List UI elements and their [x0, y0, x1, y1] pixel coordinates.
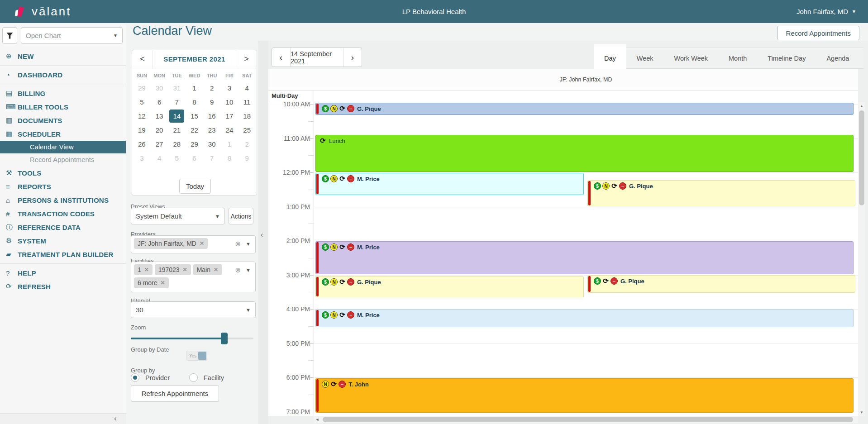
- appointment-event[interactable]: $N⟳–G. Pique: [315, 103, 854, 115]
- collapse-left-icon[interactable]: ‹: [261, 231, 263, 239]
- calendar-day-cell[interactable]: 4: [238, 81, 256, 95]
- scroll-left-icon[interactable]: ◄: [314, 416, 321, 423]
- chip-remove-icon[interactable]: ✕: [161, 280, 165, 286]
- calendar-day-cell[interactable]: 5: [168, 151, 186, 165]
- calendar-day-cell[interactable]: 30: [203, 137, 221, 151]
- tab-timeline-day[interactable]: Timeline Day: [757, 48, 816, 68]
- scroll-up-icon[interactable]: ▲: [858, 102, 865, 110]
- calendar-day-cell[interactable]: 29: [133, 81, 151, 95]
- mini-calendar-next-button[interactable]: >: [236, 50, 257, 68]
- today-button[interactable]: Today: [179, 179, 211, 194]
- zoom-slider[interactable]: [131, 334, 253, 343]
- calendar-day-cell[interactable]: 23: [203, 123, 221, 137]
- zoom-slider-thumb[interactable]: [221, 333, 228, 344]
- tab-work-week[interactable]: Work Week: [664, 48, 718, 68]
- calendar-day-cell[interactable]: 6: [186, 151, 203, 165]
- scroll-down-icon[interactable]: ▼: [858, 409, 865, 416]
- providers-multiselect[interactable]: JF: John Fairfax, MD✕⊗ ▼: [131, 235, 256, 253]
- nav-item-new[interactable]: ⊕NEW: [0, 49, 126, 63]
- chevron-down-icon[interactable]: ▼: [246, 267, 251, 273]
- nav-item-scheduler[interactable]: ▦SCHEDULER: [0, 127, 126, 141]
- clear-all-icon[interactable]: ⊗: [235, 266, 241, 274]
- brand-logo[interactable]: vālant: [0, 5, 190, 19]
- calendar-day-cell[interactable]: 17: [221, 109, 238, 123]
- mini-calendar-prev-button[interactable]: <: [132, 50, 153, 68]
- actions-button[interactable]: Actions: [229, 208, 253, 224]
- chip-remove-icon[interactable]: ✕: [200, 240, 204, 247]
- appointment-event[interactable]: $N⟳–M. Price: [315, 173, 584, 195]
- calendar-day-cell[interactable]: 3: [221, 81, 238, 95]
- nav-item-tools[interactable]: ⚒TOOLS: [0, 166, 126, 180]
- vertical-scrollbar[interactable]: ▲ ▼: [858, 102, 865, 416]
- calendar-day-cell[interactable]: 9: [203, 95, 221, 109]
- nav-item-billing[interactable]: ▤BILLING: [0, 86, 126, 100]
- calendar-day-cell[interactable]: 16: [203, 109, 221, 123]
- vertical-scroll-thumb[interactable]: [859, 110, 864, 205]
- calendar-day-cell[interactable]: 22: [186, 123, 203, 137]
- user-menu[interactable]: John Fairfax, MD ▼: [796, 8, 868, 15]
- calendar-day-cell[interactable]: 27: [151, 137, 168, 151]
- calendar-day-cell[interactable]: 25: [238, 123, 256, 137]
- appointment-event[interactable]: N⟳–T. John: [315, 378, 854, 413]
- current-date-label[interactable]: 14 September 2021: [290, 48, 343, 67]
- calendar-day-cell[interactable]: 26: [133, 137, 151, 151]
- calendar-day-cell[interactable]: 19: [133, 123, 151, 137]
- nav-item-treatment-plan-builder[interactable]: ▰TREATMENT PLAN BUILDER: [0, 248, 126, 261]
- facilities-multiselect[interactable]: 1✕197023✕Main✕6 more✕⊗ ▼: [131, 262, 256, 292]
- next-day-button[interactable]: ›: [343, 48, 362, 67]
- refresh-appointments-button[interactable]: Refresh Appointments: [131, 385, 219, 402]
- calendar-day-cell[interactable]: 4: [151, 151, 168, 165]
- preset-views-select[interactable]: System Default ▼: [131, 208, 225, 224]
- appointment-event[interactable]: $N⟳–M. Price: [315, 241, 854, 274]
- nav-item-system[interactable]: ⚙SYSTEM: [0, 234, 126, 248]
- calendar-day-cell[interactable]: 11: [238, 95, 256, 109]
- facility-chip[interactable]: 197023✕: [155, 264, 191, 275]
- calendar-day-cell[interactable]: 2: [203, 81, 221, 95]
- nav-item-transaction-codes[interactable]: #TRANSACTION CODES: [0, 207, 126, 220]
- nav-item-reference-data[interactable]: ⓘREFERENCE DATA: [0, 220, 126, 234]
- appointment-event[interactable]: $⟳–G. Pique: [587, 275, 855, 293]
- calendar-day-cell[interactable]: 9: [238, 151, 256, 165]
- appointment-event[interactable]: $N⟳–G. Pique: [587, 180, 855, 206]
- calendar-day-cell[interactable]: 8: [186, 95, 203, 109]
- nav-item-calendar-view[interactable]: Calendar View: [0, 141, 126, 153]
- appointment-event[interactable]: $N⟳–G. Pique: [315, 276, 584, 297]
- calendar-day-cell[interactable]: 7: [203, 151, 221, 165]
- calendar-day-cell[interactable]: 3: [133, 151, 151, 165]
- calendar-day-cell[interactable]: 21: [168, 123, 186, 137]
- horizontal-scrollbar[interactable]: ◄: [314, 416, 858, 423]
- calendar-day-cell[interactable]: 29: [186, 137, 203, 151]
- calendar-day-cell[interactable]: 18: [238, 109, 256, 123]
- calendar-day-cell[interactable]: 1: [221, 137, 238, 151]
- calendar-day-cell[interactable]: 13: [151, 109, 168, 123]
- tab-agenda[interactable]: Agenda: [816, 48, 859, 68]
- calendar-day-cell[interactable]: 14: [168, 109, 186, 123]
- interval-select[interactable]: 30 ▼: [131, 301, 256, 318]
- calendar-day-cell[interactable]: 30: [151, 81, 168, 95]
- tab-day[interactable]: Day: [594, 44, 626, 69]
- calendar-day-cell[interactable]: 15: [186, 109, 203, 123]
- chip-remove-icon[interactable]: ✕: [144, 267, 149, 273]
- facility-chip[interactable]: Main✕: [193, 264, 222, 275]
- tab-week[interactable]: Week: [626, 48, 664, 68]
- appointment-event[interactable]: ⟳Lunch: [315, 135, 854, 172]
- chip-remove-icon[interactable]: ✕: [214, 267, 218, 273]
- horizontal-scroll-thumb[interactable]: [323, 417, 853, 422]
- collapse-left-icon[interactable]: ‹: [114, 414, 117, 424]
- filter-button[interactable]: [2, 27, 17, 44]
- tab-month[interactable]: Month: [718, 48, 757, 68]
- calendar-day-cell[interactable]: 1: [186, 81, 203, 95]
- group-by-date-toggle[interactable]: Yes: [186, 351, 207, 361]
- facility-chip[interactable]: 1✕: [134, 264, 153, 275]
- nav-item-dashboard[interactable]: ◔DASHBOARD: [0, 68, 126, 81]
- nav-item-documents[interactable]: ▥DOCUMENTS: [0, 114, 126, 127]
- calendar-day-cell[interactable]: 28: [168, 137, 186, 151]
- nav-item-biller-tools[interactable]: ⌨BILLER TOOLS: [0, 100, 126, 114]
- provider-chip[interactable]: JF: John Fairfax, MD✕: [134, 238, 208, 249]
- calendar-day-cell[interactable]: 8: [221, 151, 238, 165]
- clear-all-icon[interactable]: ⊗: [235, 240, 241, 248]
- group-by-radio-facility[interactable]: Facility: [189, 373, 224, 382]
- calendar-day-cell[interactable]: 12: [133, 109, 151, 123]
- nav-item-record-appointments[interactable]: Record Appointments: [0, 153, 126, 166]
- day-grid-viewport[interactable]: 10:00 AM11:00 AM12:00 PM1:00 PM2:00 PM3:…: [268, 102, 858, 416]
